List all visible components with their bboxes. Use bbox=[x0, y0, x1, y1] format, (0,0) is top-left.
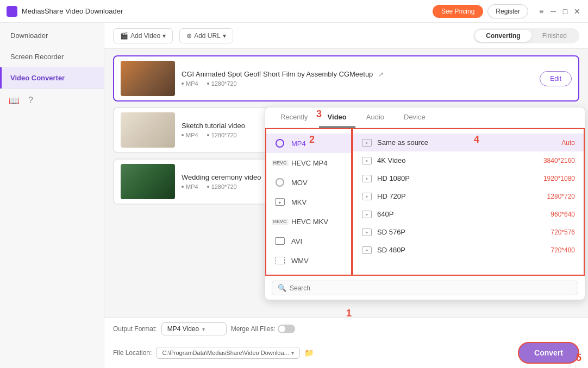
add-url-button[interactable]: ⊕ Add URL ▾ bbox=[179, 28, 233, 43]
table-row: CGI Animated Spot Geoff Short Film by As… bbox=[113, 55, 579, 101]
mkv-icon bbox=[274, 198, 286, 206]
dropdown-body: MP4 HEVC HEVC MP4 MOV bbox=[265, 128, 585, 276]
sidebar: Downloader Screen Recorder Video Convert… bbox=[0, 23, 104, 368]
add-url-dropdown-icon: ▾ bbox=[223, 32, 226, 40]
add-url-icon: ⊕ bbox=[186, 32, 192, 40]
toggle-knob bbox=[279, 326, 285, 332]
resolution-item-4k[interactable]: 4K Video 3840*2160 bbox=[353, 151, 584, 169]
sidebar-item-video-converter[interactable]: Video Converter bbox=[0, 67, 104, 88]
format-item-hevc-mkv[interactable]: HEVC HEVC MKV bbox=[266, 212, 351, 231]
res-icon-576p bbox=[362, 229, 372, 236]
maximize-button[interactable]: □ bbox=[561, 7, 570, 16]
avi-icon bbox=[274, 237, 286, 245]
video-info-1: CGI Animated Spot Geoff Short Film by As… bbox=[182, 70, 533, 87]
main-content: 🎬 Add Video ▾ ⊕ Add URL ▾ Converting Fin… bbox=[104, 23, 588, 368]
resolution-item-576p[interactable]: SD 576P 720*576 bbox=[353, 223, 584, 241]
wmv-icon bbox=[274, 256, 286, 265]
video-thumbnail-1 bbox=[121, 61, 175, 96]
app-title: MediasShare Video Downloader bbox=[22, 7, 123, 15]
chevron-down-icon: ▾ bbox=[202, 326, 205, 332]
add-video-button[interactable]: 🎬 Add Video ▾ bbox=[113, 28, 173, 43]
search-wrap: 🔍 bbox=[272, 281, 578, 295]
titlebar-left: MediasShare Video Downloader bbox=[7, 6, 123, 17]
mp4-icon bbox=[274, 139, 286, 148]
resolution-list: Same as source Auto 4K Video 3840*2160 H… bbox=[352, 128, 585, 276]
resolution-item-720p[interactable]: HD 720P 1280*720 bbox=[353, 187, 584, 205]
resolution-item-1080p[interactable]: HD 1080P 1920*1080 bbox=[353, 169, 584, 187]
help-icon[interactable]: ? bbox=[28, 96, 33, 106]
format-item-avi[interactable]: AVI bbox=[266, 231, 351, 251]
res-icon-720p bbox=[362, 193, 372, 200]
app-body: Downloader Screen Recorder Video Convert… bbox=[0, 23, 588, 368]
resolution-item-same[interactable]: Same as source Auto bbox=[353, 134, 584, 151]
output-format-row: Output Format: MP4 Video ▾ Merge All Fil… bbox=[113, 322, 295, 335]
path-chevron-icon: ▾ bbox=[291, 350, 294, 356]
search-input[interactable] bbox=[290, 284, 572, 292]
res-icon-640p bbox=[362, 211, 372, 218]
book-icon[interactable]: 📖 bbox=[9, 96, 20, 106]
edit-button-1[interactable]: Edit bbox=[540, 71, 572, 86]
hevc-mp4-icon: HEVC bbox=[274, 158, 286, 167]
minimize-button[interactable]: ─ bbox=[549, 7, 558, 16]
format-search: 🔍 bbox=[265, 276, 585, 300]
search-icon: 🔍 bbox=[278, 284, 286, 292]
folder-icon[interactable]: 📁 bbox=[304, 348, 314, 357]
dropdown-tabs: Recently Video Audio Device bbox=[265, 107, 585, 128]
register-button[interactable]: Register bbox=[487, 4, 528, 18]
merge-toggle: Merge All Files: bbox=[231, 325, 295, 333]
video-meta-1: MP4 1280*720 bbox=[182, 80, 533, 87]
pricing-button[interactable]: See Pricing bbox=[433, 5, 483, 18]
titlebar: MediasShare Video Downloader See Pricing… bbox=[0, 0, 588, 23]
sidebar-item-screen-recorder[interactable]: Screen Recorder bbox=[0, 46, 104, 67]
format-item-wmv[interactable]: WMV bbox=[266, 251, 351, 270]
close-button[interactable]: ✕ bbox=[573, 7, 581, 16]
hevc-mkv-icon: HEVC bbox=[274, 217, 286, 226]
output-format-select[interactable]: MP4 Video ▾ bbox=[161, 322, 227, 335]
file-path-select[interactable]: C:\ProgramData\MediasShare\Video Downloa… bbox=[156, 347, 299, 359]
tab-switcher: Converting Finished bbox=[473, 28, 579, 43]
bottom-bar: Output Format: MP4 Video ▾ Merge All Fil… bbox=[104, 318, 588, 368]
merge-label: Merge All Files: bbox=[231, 325, 276, 333]
sidebar-item-downloader[interactable]: Downloader bbox=[0, 25, 104, 46]
format-item-mkv[interactable]: MKV bbox=[266, 192, 351, 212]
tab-finished[interactable]: Finished bbox=[531, 30, 578, 42]
res-icon-1080p bbox=[362, 175, 372, 182]
video-thumbnail-3 bbox=[121, 164, 175, 199]
output-format-label: Output Format: bbox=[113, 325, 157, 333]
add-video-dropdown-icon: ▾ bbox=[162, 32, 166, 40]
file-location-row: File Location: C:\ProgramData\MediasShar… bbox=[113, 342, 579, 364]
add-video-icon: 🎬 bbox=[120, 32, 128, 40]
tab-converting[interactable]: Converting bbox=[475, 30, 531, 42]
app-logo bbox=[7, 6, 17, 17]
format-list: MP4 HEVC HEVC MP4 MOV bbox=[265, 128, 352, 276]
dropdown-tab-device[interactable]: Device bbox=[395, 107, 434, 128]
res-icon-same bbox=[362, 139, 372, 147]
dropdown-tab-audio[interactable]: Audio bbox=[358, 107, 393, 128]
dropdown-tab-recently[interactable]: Recently bbox=[272, 107, 317, 128]
toolbar: 🎬 Add Video ▾ ⊕ Add URL ▾ Converting Fin… bbox=[104, 23, 588, 49]
file-location-label: File Location: bbox=[113, 349, 152, 357]
sidebar-bottom: 📖 ? bbox=[0, 88, 104, 112]
mov-icon bbox=[274, 178, 286, 187]
merge-toggle-switch[interactable] bbox=[278, 325, 295, 333]
titlebar-right: See Pricing Register ≡ ─ □ ✕ bbox=[433, 4, 581, 18]
format-item-mov[interactable]: MOV bbox=[266, 173, 351, 192]
format-dropdown: Recently Video Audio Device bbox=[265, 107, 585, 300]
dropdown-tab-video[interactable]: Video bbox=[319, 107, 355, 128]
convert-button[interactable]: Convert bbox=[518, 342, 579, 364]
format-item-hevc-mp4[interactable]: HEVC HEVC MP4 bbox=[266, 153, 351, 173]
external-link-icon-1[interactable]: ↗ bbox=[378, 71, 384, 78]
video-title-1: CGI Animated Spot Geoff Short Film by As… bbox=[182, 70, 533, 78]
resolution-item-480p[interactable]: SD 480P 720*480 bbox=[353, 241, 584, 259]
video-thumbnail-2 bbox=[121, 112, 175, 148]
menu-button[interactable]: ≡ bbox=[537, 7, 546, 16]
window-controls: ≡ ─ □ ✕ bbox=[537, 7, 581, 16]
res-icon-480p bbox=[362, 246, 372, 254]
res-icon-4k bbox=[362, 157, 372, 164]
format-item-mp4[interactable]: MP4 bbox=[266, 134, 351, 153]
resolution-item-640p[interactable]: 640P 960*640 bbox=[353, 205, 584, 223]
